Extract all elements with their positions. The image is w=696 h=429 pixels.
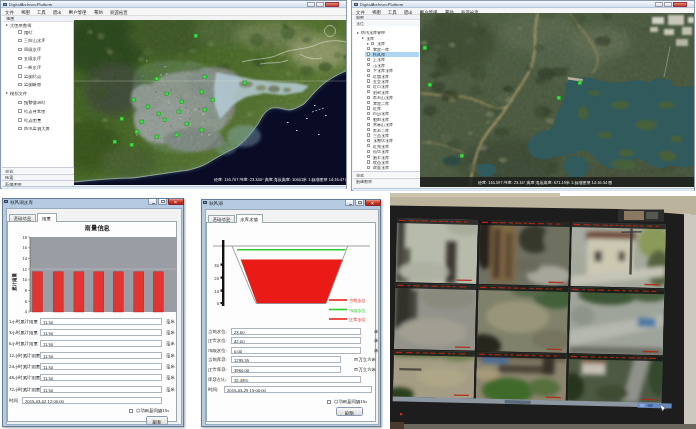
svg-text:20: 20: [214, 276, 219, 281]
svg-text:10: 10: [214, 289, 219, 294]
svg-text:累计雨量: 累计雨量: [11, 273, 18, 293]
svg-text:14: 14: [23, 256, 28, 261]
svg-text:正常水位: 正常水位: [349, 317, 367, 322]
svg-text:16: 16: [23, 245, 28, 250]
svg-text:18: 18: [23, 235, 28, 240]
svg-text:6: 6: [25, 299, 28, 304]
svg-text:10: 10: [23, 277, 28, 282]
svg-text:12: 12: [23, 267, 28, 272]
svg-text:0: 0: [217, 301, 220, 306]
svg-text:当前水位: 当前水位: [349, 298, 367, 303]
svg-text:30: 30: [214, 263, 219, 268]
svg-text:4: 4: [25, 309, 28, 314]
svg-text:汛限水位: 汛限水位: [349, 308, 367, 313]
svg-text:8: 8: [25, 288, 28, 293]
